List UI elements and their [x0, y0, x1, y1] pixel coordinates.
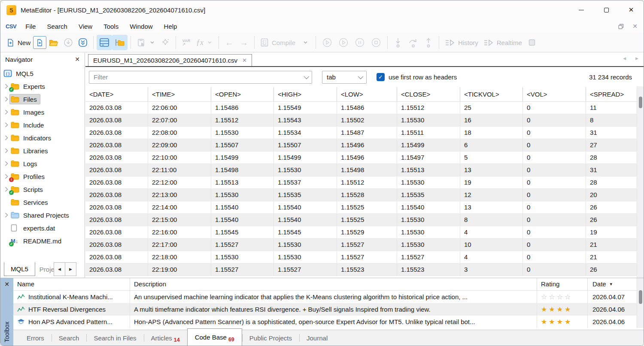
mdi-close-icon[interactable]: ✕	[632, 23, 638, 30]
toolbox-toggle-button[interactable]	[97, 35, 112, 50]
csv-row[interactable]: 2026.03.0822:10:001.154991.154991.154961…	[85, 152, 637, 164]
compile-button[interactable]: Compile	[258, 35, 298, 50]
csv-header-cell[interactable]: <LOW>	[337, 87, 397, 101]
download-all-button[interactable]	[76, 35, 90, 50]
csv-header-cell[interactable]: <CLOSE>	[397, 87, 460, 101]
open-folder-button[interactable]	[46, 35, 61, 50]
toolbox-col-date[interactable]: Date▼	[588, 278, 637, 290]
chevron-right-icon[interactable]	[3, 84, 10, 89]
nav-item-logs[interactable]: Logs	[0, 157, 85, 170]
toolbox-tab-code-base[interactable]: Code Base69	[187, 328, 242, 346]
variables-button[interactable]: VAR↗	[179, 35, 194, 50]
chevron-right-icon[interactable]	[3, 148, 10, 153]
csv-header-cell[interactable]: <HIGH>	[274, 87, 337, 101]
fx-dropdown-caret-icon[interactable]	[207, 41, 213, 44]
codebase-item-rating[interactable]: ☆☆☆☆	[537, 291, 588, 303]
star-icon[interactable]: ☆	[557, 291, 565, 303]
document-tab-close-icon[interactable]: ✕	[242, 57, 247, 64]
ai-assistant-button[interactable]	[158, 35, 173, 50]
csv-scrollbar-thumb[interactable]	[639, 97, 642, 108]
mdi-restore-icon[interactable]	[618, 24, 624, 29]
star-icon[interactable]: ☆	[549, 291, 556, 303]
toolbox-scrollbar-thumb[interactable]	[639, 290, 642, 304]
chevron-right-icon[interactable]	[3, 122, 10, 127]
navigate-back-button[interactable]: ←	[222, 35, 237, 50]
tab-scroll-left-icon[interactable]: ◀	[623, 56, 626, 61]
toolbox-col-description[interactable]: Description	[130, 278, 537, 290]
toolbox-row[interactable]: Hon APS Advanced Pattern...Hon-APS (Adva…	[13, 316, 637, 328]
chevron-right-icon[interactable]	[3, 187, 10, 192]
nav-item-readme-md[interactable]: M↓✓README.md	[0, 234, 85, 247]
filter-input[interactable]	[90, 73, 304, 81]
chevron-right-icon[interactable]	[3, 212, 10, 218]
step-over-button[interactable]	[405, 35, 421, 50]
minimize-button[interactable]	[569, 0, 594, 19]
toolbox-tab-search-in-files[interactable]: Search in Files	[86, 330, 143, 346]
navigator-toggle-button[interactable]	[112, 35, 128, 50]
csv-row[interactable]: 2026.03.0822:19:001.155271.155271.155231…	[85, 264, 637, 276]
star-icon[interactable]: ★	[557, 316, 565, 328]
toolbox-row[interactable]: Institutional K-Means Machi...An unsuper…	[13, 291, 637, 303]
navigate-forward-button[interactable]: →	[237, 35, 251, 50]
debug-stop-button[interactable]	[368, 35, 384, 50]
toolbox-close-icon[interactable]: ✕	[4, 281, 9, 288]
save-download-button[interactable]	[61, 35, 76, 50]
document-tab[interactable]: EURUSD_M1_202603082206_202604071610.csv …	[88, 54, 252, 66]
toolbox-tab-journal[interactable]: Journal	[299, 330, 335, 346]
history-data-button[interactable]: History	[442, 35, 481, 50]
menu-tools[interactable]: Tools	[98, 23, 124, 30]
toolbox-tab-articles[interactable]: Articles14	[144, 330, 187, 346]
navigator-tab-mql5[interactable]: MQL5	[4, 262, 35, 276]
csv-row[interactable]: 2026.03.0822:16:001.155451.155451.155291…	[85, 226, 637, 239]
codebase-item-rating[interactable]: ★★★★	[537, 303, 588, 316]
chevron-right-icon[interactable]	[3, 97, 10, 102]
toolbox-scrollbar-track[interactable]	[637, 278, 644, 328]
paste-button[interactable]	[134, 35, 158, 50]
csv-scrollbar-track[interactable]	[637, 86, 644, 278]
menu-view[interactable]: View	[73, 23, 98, 30]
toolbox-tab-errors[interactable]: Errors	[19, 330, 52, 346]
menu-search[interactable]: Search	[41, 23, 73, 30]
csv-row[interactable]: 2026.03.0822:13:001.155301.155351.155281…	[85, 189, 637, 201]
star-icon[interactable]: ★	[565, 304, 572, 316]
star-icon[interactable]: ★	[541, 316, 549, 328]
star-icon[interactable]: ★	[549, 316, 556, 328]
csv-row[interactable]: 2026.03.0822:11:001.154981.155301.154981…	[85, 164, 637, 176]
star-icon[interactable]: ★	[557, 304, 565, 316]
new-button[interactable]: New	[4, 35, 33, 50]
nav-item-shared-projects[interactable]: Shared Projects	[0, 209, 85, 222]
csv-row[interactable]: 2026.03.0822:14:001.155401.155401.155251…	[85, 201, 637, 214]
nav-item-services[interactable]: Services	[0, 196, 85, 209]
close-button[interactable]: ✕	[619, 0, 644, 19]
breakpoint-square-button[interactable]	[525, 35, 539, 50]
star-icon[interactable]: ☆	[565, 291, 572, 303]
step-out-button[interactable]	[421, 35, 436, 50]
chevron-right-icon[interactable]	[3, 109, 10, 115]
csv-row[interactable]: 2026.03.0822:12:001.155131.155371.155121…	[85, 176, 637, 189]
navigator-tabs-scroll-left-icon[interactable]: ◀	[54, 262, 65, 276]
csv-header-cell[interactable]: <TIME>	[148, 87, 211, 101]
debug-history-start-button[interactable]	[319, 35, 335, 50]
realtime-data-button[interactable]: Realtime	[481, 35, 525, 50]
csv-row[interactable]: 2026.03.0822:07:001.155121.155431.155021…	[85, 114, 637, 127]
filter-combobox[interactable]	[89, 71, 312, 84]
csv-row[interactable]: 2026.03.0822:17:001.155271.155301.155271…	[85, 239, 637, 251]
csv-header-cell[interactable]: <TICKVOL>	[460, 87, 523, 101]
star-icon[interactable]: ★	[541, 304, 549, 316]
nav-item-mql5[interactable]: ( )MQL5	[0, 67, 85, 80]
toolbox-tab-public-projects[interactable]: Public Projects	[242, 330, 299, 346]
nav-item-libraries[interactable]: Libraries	[0, 144, 85, 157]
navigator-tab-proje[interactable]: Proje	[35, 262, 54, 276]
menu-file[interactable]: File	[20, 23, 41, 30]
debug-start-button[interactable]	[335, 35, 352, 50]
step-into-button[interactable]	[391, 35, 405, 50]
filter-chevron-icon[interactable]	[304, 74, 310, 79]
nav-item-indicators[interactable]: Indicators	[0, 131, 85, 144]
nav-item-scripts[interactable]: ✓Scripts	[0, 183, 85, 196]
nav-item-experts[interactable]: ✓Experts	[0, 80, 85, 93]
star-icon[interactable]: ★	[565, 316, 572, 328]
new-file-alt-button[interactable]	[33, 36, 46, 49]
star-icon[interactable]: ☆	[541, 291, 549, 303]
nav-item-experts-dat[interactable]: experts.dat	[0, 222, 85, 234]
chevron-right-icon[interactable]	[3, 161, 10, 166]
